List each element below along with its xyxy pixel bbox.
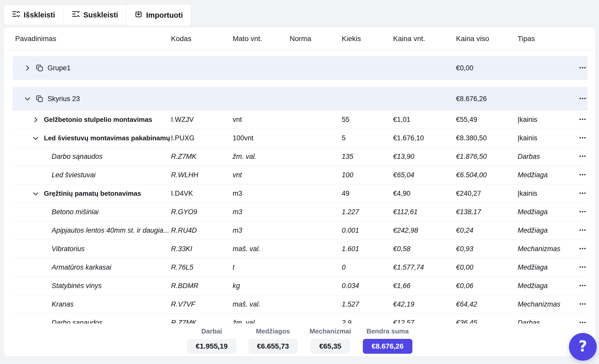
row-name-label: Gelžbetonio stulpelio montavimas — [44, 116, 152, 124]
row-name-label: Vibratorius — [52, 245, 85, 253]
row-kaina-vnt-cell: €1,66 — [393, 282, 456, 290]
row-kaina-vnt-cell: €1.577,74 — [393, 263, 456, 271]
row-mato-cell: m3 — [233, 227, 290, 234]
ellipsis-icon — [579, 171, 586, 179]
row-name-cell: Apipjautos lentos 40mm st. ir daugia... — [13, 227, 171, 234]
row-kodas-cell: R.BDMR — [171, 282, 233, 290]
row-name-label: Skyrius 23 — [47, 95, 80, 103]
row-name-cell: Skyrius 23 — [13, 94, 171, 103]
expand-all-label: Išskleisti — [24, 11, 55, 19]
row-tipas-cell: Medžiaga — [518, 171, 577, 179]
row-kiekis-cell: 55 — [342, 116, 393, 124]
row-name-cell: Vibratorius — [13, 245, 171, 253]
chevron-down-icon[interactable] — [31, 189, 40, 198]
row-kodas-cell: R.V7VF — [171, 300, 233, 308]
row-menu-button[interactable] — [577, 243, 588, 255]
row-menu-button[interactable] — [577, 188, 588, 199]
column-header-kodas: Kodas — [171, 35, 233, 43]
stat-medziagos-value: €6.655,73 — [248, 339, 298, 354]
row-mato-cell: žm. val. — [233, 153, 290, 161]
ellipsis-icon — [579, 282, 586, 290]
column-header-kiekis: Kiekis — [342, 35, 393, 43]
collapse-all-button[interactable]: Suskleisti — [63, 5, 126, 25]
question-mark-icon: ? — [578, 338, 587, 355]
import-button[interactable]: Importuoti — [126, 4, 191, 26]
row-name-label: Statybinės vinys — [52, 282, 102, 290]
row-kaina-vnt-cell: €0,58 — [393, 245, 456, 253]
row-kaina-vnt-cell: €13,90 — [393, 153, 456, 161]
chevron-down-icon[interactable] — [31, 134, 40, 143]
row-mato-cell: maš. val. — [233, 300, 290, 308]
column-header-pavadinimas: Pavadinimas — [13, 35, 171, 43]
row-kaina-viso-cell: €138,17 — [456, 208, 518, 216]
ellipsis-icon — [579, 134, 586, 142]
table-row: Gręžtinių pamatų betonavimasI.D4VKm349€4… — [13, 184, 588, 203]
row-kaina-viso-cell: €64,42 — [456, 300, 518, 308]
column-header-mato-vnt: Mato vnt. — [233, 35, 290, 43]
row-tipas-cell: Medžiaga — [518, 208, 577, 216]
expand-all-button[interactable]: Išskleisti — [4, 5, 63, 25]
row-tipas-cell: Įkainis — [518, 190, 577, 198]
row-tipas-cell: Įkainis — [518, 116, 577, 124]
chevron-right-icon[interactable] — [31, 115, 40, 124]
row-menu-button[interactable] — [577, 151, 588, 162]
row-menu-button[interactable] — [577, 62, 588, 74]
row-name-cell: Betono mišiniai — [13, 208, 171, 216]
chevron-down-icon[interactable] — [23, 94, 32, 103]
table-body: Grupe1€0,00Skyrius 23€8.676,26Gelžbetoni… — [4, 56, 595, 332]
row-kaina-viso-cell: €0,00 — [456, 263, 518, 271]
table-row: Statybinės vinysR.BDMRkg0.034€1,66€0,06M… — [13, 277, 588, 295]
row-menu-button[interactable] — [577, 133, 588, 144]
row-menu-button[interactable] — [577, 225, 588, 236]
row-menu-button[interactable] — [577, 280, 588, 292]
row-menu-button[interactable] — [577, 170, 588, 181]
row-menu-button[interactable] — [577, 206, 588, 218]
summary-stats: Darbai €1.955,19 Medžiagos €6.655,73 Mec… — [187, 327, 412, 354]
row-kaina-viso-cell: €8.676,26 — [456, 95, 518, 103]
row-kodas-cell: I.D4VK — [171, 190, 233, 198]
row-kodas-cell: I.WZJV — [171, 116, 233, 124]
collapse-all-icon — [72, 10, 80, 20]
row-tipas-cell: Medžiaga — [518, 282, 577, 290]
row-kiekis-cell: 49 — [342, 190, 393, 198]
row-mato-cell: vnt — [233, 116, 290, 124]
row-kiekis-cell: 1.601 — [342, 245, 393, 253]
row-mato-cell: vnt — [233, 171, 290, 179]
row-mato-cell: maš. val. — [233, 245, 290, 253]
stat-mechanizmai: Mechanizmai €65,35 — [309, 327, 351, 354]
row-kodas-cell: R.33KI — [171, 245, 233, 253]
row-name-cell: Led šviestuvų montavimas pakabinamų lu..… — [13, 134, 171, 143]
row-kaina-viso-cell: €0,93 — [456, 245, 518, 253]
toolbar: Išskleisti Suskleisti Importuoti — [4, 5, 191, 25]
column-header-kaina-vnt: Kaina vnt. — [393, 35, 456, 43]
help-button[interactable]: ? — [569, 333, 597, 361]
row-mato-cell: t — [233, 263, 290, 271]
chevron-right-icon[interactable] — [23, 63, 32, 73]
row-kaina-viso-cell: €55,49 — [456, 116, 518, 124]
stat-darbai-value: €1.955,19 — [187, 339, 236, 354]
row-kaina-vnt-cell: €4,90 — [393, 190, 456, 198]
row-menu-button[interactable] — [577, 262, 588, 273]
toolbar-button-group: Išskleisti Suskleisti Importuoti — [4, 5, 191, 25]
row-kaina-viso-cell: €6.504,00 — [456, 171, 518, 179]
row-name-cell: Kranas — [13, 300, 171, 308]
row-tipas-cell: Medžiaga — [518, 227, 577, 234]
row-name-label: Grupe1 — [47, 64, 71, 72]
column-header-tipas: Tipas — [518, 35, 577, 43]
row-tipas-cell: Mechanizmas — [518, 245, 577, 253]
table-row: Led šviestuvų montavimas pakabinamų lu..… — [13, 129, 588, 147]
table-row: VibratoriusR.33KImaš. val.1.601€0,58€0,9… — [13, 240, 588, 258]
table-row: Betono mišiniaiR.GYO9m31.227€112,61€138,… — [13, 203, 588, 221]
row-kodas-cell: R.RU4D — [171, 227, 233, 234]
row-kaina-vnt-cell: €242,98 — [393, 227, 456, 234]
ellipsis-icon — [579, 263, 586, 272]
row-kiekis-cell: 135 — [342, 153, 393, 161]
row-name-cell: Darbo sąnaudos — [13, 153, 171, 161]
row-kiekis-cell: 100 — [342, 171, 393, 179]
row-menu-button[interactable] — [577, 93, 588, 104]
row-menu-button[interactable] — [577, 299, 588, 310]
row-tipas-cell: Įkainis — [518, 134, 577, 142]
row-kaina-viso-cell: €0,00 — [456, 64, 518, 72]
row-kodas-cell: I.PUXG — [171, 134, 233, 142]
row-menu-button[interactable] — [577, 114, 588, 125]
